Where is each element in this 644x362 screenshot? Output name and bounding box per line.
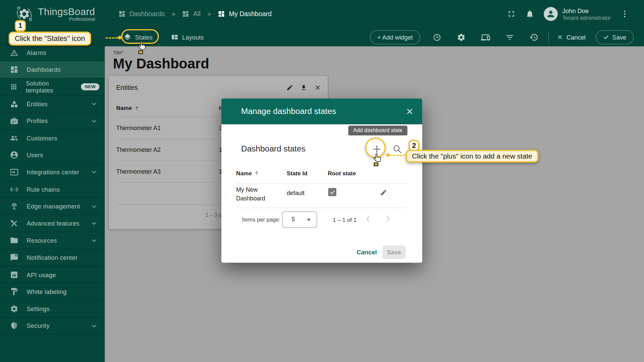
antenna-icon: [10, 202, 18, 211]
dialog-header: Manage dashboard states: [221, 99, 422, 124]
breadcrumb-all[interactable]: All: [182, 10, 201, 18]
next-page-chevron-icon[interactable]: [384, 214, 393, 223]
folder-icon: [10, 236, 18, 245]
logo-title: ThingsBoard: [38, 6, 95, 17]
sidebar-item-notification-center[interactable]: Notification center: [0, 249, 105, 266]
chevron-down-icon: [90, 219, 98, 227]
dashboard-settings-gear-icon[interactable]: [457, 33, 466, 42]
step-1-connector: [106, 37, 118, 39]
step-1-callout: Click the "States" icon: [9, 32, 91, 46]
edit-pencil-icon[interactable]: [380, 189, 387, 196]
sidebar-item-dashboards[interactable]: Dashboards: [0, 61, 105, 78]
search-icon[interactable]: [392, 144, 402, 155]
check-icon: [603, 34, 609, 40]
state-name-cell: My New Dashboard: [236, 185, 282, 202]
step-2-connector-dot: [386, 153, 390, 157]
sidebar-item-alarms[interactable]: Alarms: [0, 44, 105, 61]
tools-icon: [10, 219, 18, 228]
chat-notification-icon: [10, 253, 18, 262]
paginator-range: 1 – 1 of 1: [333, 217, 357, 224]
sidebar-item-label: Security: [27, 322, 50, 329]
dialog-section-title: Dashboard states: [241, 144, 306, 154]
page-size-select[interactable]: 5: [282, 212, 317, 228]
save-dashboard-button[interactable]: Save: [595, 30, 634, 44]
sidebar-item-rule-chains[interactable]: Rule chains: [0, 180, 105, 197]
sidebar-item-label: Settings: [27, 305, 50, 312]
sidebar-item-solution-templates[interactable]: Solution templates NEW: [0, 78, 105, 95]
sidebar-item-label: White labeling: [27, 288, 67, 295]
sidebar-item-settings[interactable]: Settings: [0, 300, 105, 317]
notifications-bell-icon[interactable]: [525, 9, 534, 18]
category-shapes-icon: [10, 100, 18, 108]
sidebar-item-label: Advanced features: [27, 220, 79, 227]
shield-icon: [10, 321, 18, 330]
apps-grid-icon: [10, 82, 17, 91]
step-2-badge: 2: [409, 140, 419, 151]
person-circle-icon: [10, 151, 18, 160]
sidebar-item-label: Edge management: [27, 203, 80, 210]
sidebar-item-entities[interactable]: Entities: [0, 95, 105, 112]
kebab-menu-icon[interactable]: [620, 9, 629, 18]
breadcrumb-label: Dashboards: [129, 10, 165, 18]
sidebar-item-users[interactable]: Users: [0, 146, 105, 164]
sidebar-item-integrations-center[interactable]: Integrations center: [0, 164, 105, 181]
column-name-header[interactable]: Name: [236, 170, 260, 177]
manage-states-dialog: Manage dashboard states Dashboard states…: [221, 99, 422, 263]
rule-chain-ethernet-icon: [10, 185, 18, 194]
chevron-down-icon: [90, 168, 98, 176]
sidebar-item-white-labeling[interactable]: White labeling: [0, 283, 105, 300]
sidebar-item-label: API usage: [27, 271, 56, 278]
add-widget-label: + Add widget: [377, 34, 413, 41]
people-icon: [10, 134, 18, 142]
breadcrumb-label: My Dashboard: [229, 10, 272, 18]
time-window-clock-icon[interactable]: [433, 33, 442, 42]
add-widget-button[interactable]: + Add widget: [370, 30, 420, 44]
breadcrumb-my-dashboard[interactable]: My Dashboard: [218, 10, 272, 18]
breadcrumb-dashboards[interactable]: Dashboards: [118, 10, 165, 18]
chevron-down-icon: [90, 322, 98, 330]
close-icon[interactable]: [406, 107, 414, 116]
dialog-save-button[interactable]: Save: [382, 245, 406, 259]
sidebar-item-edge-management[interactable]: Edge management: [0, 197, 105, 215]
sidebar-item-api-usage[interactable]: API usage: [0, 266, 105, 283]
layouts-label: Layouts: [182, 34, 204, 41]
cancel-edit-button[interactable]: Cancel: [557, 34, 586, 41]
chevron-down-icon: [90, 117, 98, 125]
divider: [236, 183, 408, 184]
user-menu[interactable]: John Doe Tenant administrator: [544, 7, 610, 21]
close-icon: [557, 34, 563, 40]
step-2-callout: Click the "plus" icon to add a new state: [406, 150, 538, 163]
top-header: Dashboards > All > My Dashboard: [105, 0, 644, 28]
device-layouts-icon[interactable]: [481, 33, 490, 42]
chevron-down-icon: [90, 202, 98, 210]
layouts-button[interactable]: Layouts: [171, 33, 204, 41]
root-state-checkbox[interactable]: [328, 188, 336, 196]
dialog-cancel-button[interactable]: Cancel: [352, 249, 381, 256]
sidebar-item-security[interactable]: Security: [0, 317, 105, 334]
step-1-connector-dot: [118, 36, 121, 40]
sidebar-nav: Alarms Dashboards Solution templates NEW…: [0, 44, 105, 335]
sidebar-item-label: Users: [27, 152, 43, 159]
layout-quilt-icon: [171, 33, 178, 41]
previous-page-chevron-icon[interactable]: [364, 214, 373, 223]
sidebar-item-resources[interactable]: Resources: [0, 232, 105, 249]
paint-roller-icon: [10, 287, 18, 296]
sidebar-item-label: Profiles: [27, 117, 48, 124]
filter-icon[interactable]: [505, 33, 514, 42]
sidebar-item-label: Alarms: [27, 49, 47, 56]
user-role: Tenant administrator: [562, 14, 611, 20]
sidebar-item-customers[interactable]: Customers: [0, 129, 105, 146]
avatar: [544, 7, 558, 21]
dialog-title: Manage dashboard states: [241, 107, 336, 116]
dashboard-icon: [218, 10, 225, 18]
sidebar-item-profiles[interactable]: Profiles: [0, 112, 105, 129]
thingsboard-app: ThingsBoard Professional Alarms Dashboar…: [0, 0, 644, 362]
fullscreen-icon[interactable]: [507, 9, 516, 18]
dashboard-icon: [118, 10, 126, 18]
click-indicator-square: [374, 163, 378, 166]
sidebar-item-label: Rule chains: [27, 186, 60, 193]
sidebar-item-advanced-features[interactable]: Advanced features: [0, 215, 105, 232]
integration-input-icon: [10, 168, 18, 177]
version-history-icon[interactable]: [529, 33, 538, 42]
page-size-value: 5: [291, 216, 295, 223]
